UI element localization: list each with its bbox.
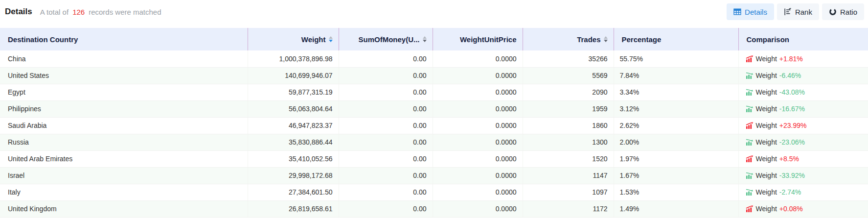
percentage-cell: 3.34% xyxy=(614,84,738,100)
column-header-trades[interactable]: Trades xyxy=(523,28,614,50)
destination-country-cell: Russia xyxy=(0,134,248,150)
trend-down-bars-icon xyxy=(746,172,754,179)
weight-unit-price-cell: 0.0000 xyxy=(433,150,523,167)
trades-cell: 1959 xyxy=(523,100,614,117)
weight-cell: 26,819,658.61 xyxy=(248,200,339,217)
sort-asc-icon xyxy=(604,36,608,39)
sum-of-money-cell: 0.00 xyxy=(339,67,433,84)
column-header-sum-of-money[interactable]: SumOfMoney(U... xyxy=(339,28,433,50)
sum-of-money-cell: 0.00 xyxy=(339,50,433,67)
sum-of-money-cell: 0.00 xyxy=(339,150,433,167)
view-switch: Details Rank Ratio xyxy=(727,3,864,20)
comparison-cell: Weight+23.99% xyxy=(738,117,868,134)
trades-cell: 1860 xyxy=(523,117,614,134)
sum-of-money-cell: 0.00 xyxy=(339,84,433,100)
comparison-change-value: -2.74% xyxy=(779,188,801,196)
table-row: Egypt59,877,315.190.000.000020903.34% We… xyxy=(0,84,868,100)
comparison-change-value: +23.99% xyxy=(779,122,807,129)
sum-of-money-cell: 0.00 xyxy=(339,100,433,117)
comparison-metric-label: Weight xyxy=(756,138,777,146)
weight-unit-price-cell: 0.0000 xyxy=(433,184,523,200)
weight-cell: 46,947,823.37 xyxy=(248,117,339,134)
comparison-change-value: -23.06% xyxy=(779,138,805,146)
rank-view-button[interactable]: Rank xyxy=(777,3,819,20)
comparison-metric-label: Weight xyxy=(756,55,777,63)
weight-unit-price-cell: 0.0000 xyxy=(433,67,523,84)
comparison-change-value: +1.81% xyxy=(779,55,803,63)
table-row: United States140,699,946.070.000.0000556… xyxy=(0,67,868,84)
comparison-change-value: -33.92% xyxy=(779,172,805,179)
comparison-metric-label: Weight xyxy=(756,172,777,179)
comparison-metric-label: Weight xyxy=(756,88,777,96)
destination-country-cell: Philippines xyxy=(0,100,248,117)
trend-down-bars-icon xyxy=(746,72,754,79)
destination-country-cell: Saudi Arabia xyxy=(0,117,248,134)
comparison-change-value: -6.46% xyxy=(779,72,801,79)
comparison-change-value: +0.08% xyxy=(779,205,803,213)
trend-down-bars-icon xyxy=(746,139,754,146)
trades-cell: 35266 xyxy=(523,50,614,67)
destination-country-cell: United Arab Emirates xyxy=(0,150,248,167)
weight-unit-price-cell: 0.0000 xyxy=(433,117,523,134)
comparison-metric-label: Weight xyxy=(756,122,777,129)
weight-unit-price-cell: 0.0000 xyxy=(433,100,523,117)
table-body: China1,000,378,896.980.000.00003526655.7… xyxy=(0,50,868,217)
destination-country-cell: China xyxy=(0,50,248,67)
ratio-icon xyxy=(829,8,837,16)
comparison-metric-label: Weight xyxy=(756,72,777,79)
table-header: Destination Country Weight SumOfMoney(U.… xyxy=(0,28,868,50)
table-icon xyxy=(733,8,741,16)
details-view-button[interactable]: Details xyxy=(727,3,774,20)
sum-of-money-cell: 0.00 xyxy=(339,167,433,184)
trades-sort-control[interactable] xyxy=(604,36,608,42)
comparison-metric-label: Weight xyxy=(756,105,777,113)
table-row: Russia35,830,886.440.000.000013002.00% W… xyxy=(0,134,868,150)
trend-down-bars-icon xyxy=(746,105,754,112)
sum-of-money-cell: 0.00 xyxy=(339,134,433,150)
trades-cell: 1147 xyxy=(523,167,614,184)
weight-unit-price-cell: 0.0000 xyxy=(433,134,523,150)
sum-of-money-cell: 0.00 xyxy=(339,200,433,217)
trades-cell: 1097 xyxy=(523,184,614,200)
percentage-cell: 1.49% xyxy=(614,200,738,217)
page-header: Details A total of 126 records were matc… xyxy=(0,0,868,24)
trades-cell: 2090 xyxy=(523,84,614,100)
ratio-view-button[interactable]: Ratio xyxy=(822,3,864,20)
table-row: Italy27,384,601.500.000.000010971.53% We… xyxy=(0,184,868,200)
percentage-cell: 1.53% xyxy=(614,184,738,200)
column-header-weight[interactable]: Weight xyxy=(248,28,339,50)
percentage-cell: 2.62% xyxy=(614,117,738,134)
percentage-cell: 3.12% xyxy=(614,100,738,117)
trades-cell: 1520 xyxy=(523,150,614,167)
sum-of-money-cell: 0.00 xyxy=(339,117,433,134)
table-row: Israel29,998,172.680.000.000011471.67% W… xyxy=(0,167,868,184)
comparison-cell: Weight+1.81% xyxy=(738,50,868,67)
trades-cell: 1300 xyxy=(523,134,614,150)
column-header-comparison: Comparison xyxy=(738,28,868,50)
comparison-change-value: -16.67% xyxy=(779,105,805,113)
weight-cell: 140,699,946.07 xyxy=(248,67,339,84)
comparison-metric-label: Weight xyxy=(756,155,777,163)
weight-unit-price-cell: 0.0000 xyxy=(433,84,523,100)
weight-unit-price-cell: 0.0000 xyxy=(433,200,523,217)
comparison-change-value: +8.5% xyxy=(779,155,799,163)
sort-desc-icon xyxy=(329,40,333,42)
summary-suffix: records were matched xyxy=(89,8,161,16)
sum-of-money-sort-control[interactable] xyxy=(423,36,427,42)
weight-sort-control[interactable] xyxy=(329,36,333,42)
sort-asc-icon xyxy=(329,36,333,39)
details-view-label: Details xyxy=(745,8,767,16)
trades-cell: 5569 xyxy=(523,67,614,84)
weight-unit-price-cell: 0.0000 xyxy=(433,167,523,184)
record-count: 126 xyxy=(72,8,85,16)
table-row: Philippines56,063,804.640.000.000019593.… xyxy=(0,100,868,117)
comparison-cell: Weight-6.46% xyxy=(738,67,868,84)
column-header-weight-unit-price: WeightUnitPrice xyxy=(433,28,523,50)
comparison-cell: Weight-23.06% xyxy=(738,134,868,150)
ratio-view-label: Ratio xyxy=(840,8,857,16)
column-header-percentage: Percentage xyxy=(614,28,738,50)
comparison-cell: Weight-33.92% xyxy=(738,167,868,184)
comparison-cell: Weight-16.67% xyxy=(738,100,868,117)
rank-view-label: Rank xyxy=(795,8,812,16)
comparison-metric-label: Weight xyxy=(756,188,777,196)
